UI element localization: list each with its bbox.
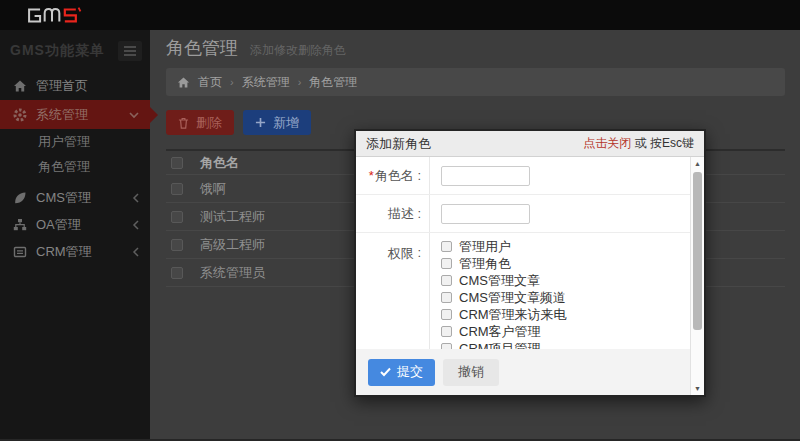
- delete-button[interactable]: 删除: [166, 110, 234, 135]
- breadcrumb-system-mgmt[interactable]: 系统管理: [242, 74, 290, 91]
- modal-header: 添加新角色 点击关闭 或 按Esc键: [356, 131, 704, 157]
- sidebar-item-user-mgmt[interactable]: 用户管理: [0, 129, 150, 154]
- breadcrumb-separator: ›: [298, 76, 302, 88]
- chevron-down-icon: [129, 111, 139, 119]
- top-navbar: [0, 0, 800, 30]
- sidebar-nav: 管理首页 系统管理 用户管理 角色管理: [0, 72, 150, 265]
- sidebar-item-label: 系统管理: [36, 106, 88, 124]
- permission-checkbox[interactable]: [441, 241, 452, 252]
- description-input[interactable]: [441, 204, 530, 224]
- permission-item: 管理角色: [441, 255, 690, 272]
- sidebar-item-cms-mgmt[interactable]: CMS管理: [0, 184, 150, 211]
- gear-icon: [13, 108, 27, 122]
- gms-logo: [16, 4, 88, 26]
- page-title: 角色管理: [166, 36, 238, 60]
- role-name-label: *角色名: [356, 157, 430, 194]
- delete-button-label: 删除: [196, 114, 222, 132]
- submit-button[interactable]: 提交: [368, 359, 435, 386]
- modal-footer: 提交 撤销: [356, 349, 690, 395]
- plus-icon: [255, 117, 267, 129]
- sidebar-item-label: CRM管理: [36, 243, 92, 261]
- hamburger-menu-icon[interactable]: [118, 41, 142, 61]
- sidebar-item-label: CMS管理: [36, 189, 91, 207]
- permission-checkbox[interactable]: [441, 326, 452, 337]
- permission-item: CMS管理文章: [441, 272, 690, 289]
- scrollbar-thumb[interactable]: [693, 172, 702, 330]
- modal-close-hint: 点击关闭 或 按Esc键: [583, 135, 694, 152]
- permission-item: CMS管理文章频道: [441, 289, 690, 306]
- modal-scrollbar[interactable]: ▲ ▼: [690, 157, 704, 395]
- row-checkbox[interactable]: [171, 267, 183, 279]
- required-asterisk: *: [369, 168, 374, 183]
- permission-checkbox[interactable]: [441, 292, 452, 303]
- permission-checkbox[interactable]: [441, 309, 452, 320]
- sidebar-item-system-mgmt[interactable]: 系统管理: [0, 100, 150, 129]
- form-row-permissions: 权限 管理用户 管理角色 CMS管理文章 CMS管理文章频道: [356, 233, 690, 349]
- row-checkbox[interactable]: [171, 211, 183, 223]
- sidebar-item-admin-home[interactable]: 管理首页: [0, 72, 150, 100]
- chevron-left-icon: [132, 220, 139, 230]
- add-button[interactable]: 新增: [243, 110, 311, 135]
- scroll-up-arrow-icon[interactable]: ▲: [691, 160, 704, 167]
- breadcrumb-role-mgmt: 角色管理: [309, 74, 357, 91]
- sidebar-item-crm-mgmt[interactable]: CRM管理: [0, 238, 150, 265]
- permission-item: CRM客户管理: [441, 323, 690, 340]
- permission-label: CMS管理文章频道: [459, 289, 566, 307]
- sidebar-item-label: 角色管理: [38, 158, 90, 176]
- sitemap-icon: [13, 218, 27, 232]
- active-item-arrow: [150, 107, 158, 123]
- permission-label: 管理角色: [459, 255, 511, 273]
- permission-item: 管理用户: [441, 238, 690, 255]
- breadcrumb: 首页 › 系统管理 › 角色管理: [166, 68, 785, 96]
- add-role-modal: 添加新角色 点击关闭 或 按Esc键 *角色名 描述 权限 管理用户: [354, 129, 706, 397]
- permissions-label: 权限: [356, 233, 430, 349]
- permission-checkbox[interactable]: [441, 258, 452, 269]
- card-icon: [13, 245, 27, 259]
- permission-label: CRM项目管理: [459, 340, 541, 350]
- page-header: 角色管理 添加修改删除角色: [166, 36, 785, 64]
- submit-button-label: 提交: [397, 363, 423, 381]
- row-checkbox[interactable]: [171, 183, 183, 195]
- home-icon: [13, 79, 27, 93]
- page-subtitle: 添加修改删除角色: [250, 42, 346, 59]
- cancel-button-label: 撤销: [458, 364, 484, 379]
- cancel-button[interactable]: 撤销: [443, 359, 499, 386]
- permissions-list: 管理用户 管理角色 CMS管理文章 CMS管理文章频道 CRM管理来访来电: [430, 233, 690, 349]
- sidebar-item-role-mgmt[interactable]: 角色管理: [0, 154, 150, 179]
- form-row-role-name: *角色名: [356, 157, 690, 195]
- permission-checkbox[interactable]: [441, 275, 452, 286]
- add-button-label: 新增: [273, 114, 299, 132]
- select-all-checkbox[interactable]: [171, 157, 183, 169]
- sidebar-item-label: 用户管理: [38, 133, 90, 151]
- sidebar-item-label: OA管理: [36, 216, 81, 234]
- modal-title: 添加新角色: [366, 135, 431, 153]
- gms-logo-icon: [16, 4, 88, 26]
- breadcrumb-home[interactable]: 首页: [198, 74, 222, 91]
- permission-label: CRM客户管理: [459, 323, 541, 341]
- role-name-input[interactable]: [441, 166, 530, 186]
- breadcrumb-separator: ›: [230, 76, 234, 88]
- home-icon: [177, 76, 190, 89]
- scroll-down-arrow-icon[interactable]: ▼: [691, 385, 704, 392]
- sidebar: GMS功能菜单 管理首页 系统管理 用户管理: [0, 30, 150, 441]
- sidebar-item-label: 管理首页: [36, 77, 88, 95]
- permission-item: CRM项目管理: [441, 340, 690, 349]
- trash-icon: [178, 117, 190, 129]
- modal-close-link[interactable]: 点击关闭: [583, 136, 631, 150]
- sidebar-header: GMS功能菜单: [10, 38, 142, 64]
- permission-item: CRM管理来访来电: [441, 306, 690, 323]
- modal-body: *角色名 描述 权限 管理用户 管理角色: [356, 157, 690, 349]
- permission-label: 管理用户: [459, 238, 511, 256]
- sidebar-item-oa-mgmt[interactable]: OA管理: [0, 211, 150, 238]
- chevron-left-icon: [132, 247, 139, 257]
- leaf-icon: [13, 191, 27, 205]
- modal-close-esc-hint: 或 按Esc键: [635, 136, 694, 150]
- form-row-description: 描述: [356, 195, 690, 233]
- row-checkbox[interactable]: [171, 239, 183, 251]
- description-label: 描述: [356, 195, 430, 232]
- sidebar-title: GMS功能菜单: [10, 42, 105, 60]
- check-icon: [380, 367, 391, 377]
- chevron-left-icon: [132, 193, 139, 203]
- sidebar-submenu: 用户管理 角色管理: [0, 129, 150, 179]
- permission-label: CRM管理来访来电: [459, 306, 567, 324]
